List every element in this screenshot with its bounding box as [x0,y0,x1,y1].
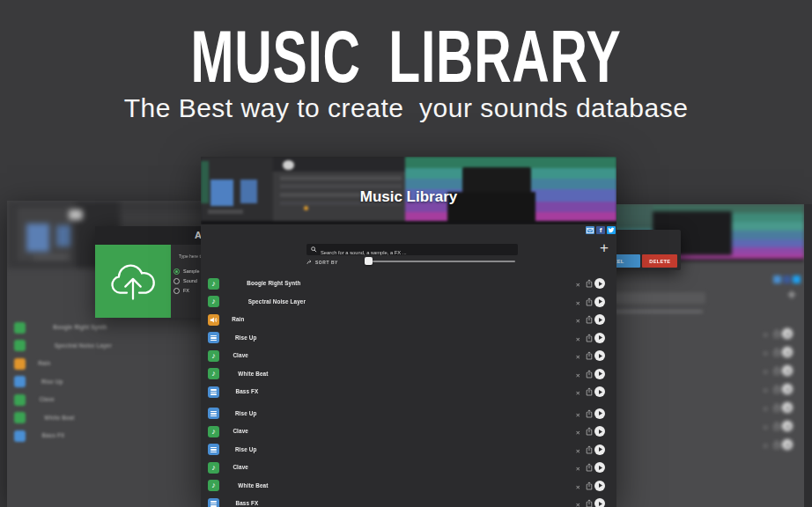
daw-art-shape [280,176,402,180]
share-icon[interactable] [586,427,593,436]
track-name: Clave [233,429,248,435]
remove-icon[interactable]: ✕ [575,447,579,453]
background-track-row: Spectral Noise Layer [7,337,204,356]
share-icon[interactable] [586,481,593,490]
track-row[interactable]: ♪ Clave ✕ [201,422,616,441]
track-name: Clave [39,397,55,403]
share-icon[interactable] [586,499,593,507]
page-subtitle: The Best way to create your sounds datab… [0,93,812,123]
music-note-icon: ♪ [211,428,216,436]
delete-button-label: DELETE [649,258,670,263]
track-name: Bass FX [235,501,258,507]
play-icon[interactable] [594,481,605,491]
track-row[interactable]: ♪ Clave ✕ [201,347,616,365]
music-note-icon: ♪ [211,298,216,305]
remove-icon[interactable]: ✕ [575,299,579,305]
track-row[interactable]: ♪ Rise Up ✕ [201,441,616,459]
remove-icon: ✕ [763,424,767,430]
play-icon[interactable] [594,297,605,307]
search-placeholder: Search for a sound, a sample, a FX ... [321,249,407,254]
track-row[interactable]: ♪ Rise Up ✕ [201,405,616,423]
play-icon[interactable] [594,350,605,361]
play-icon[interactable] [594,426,605,437]
daw-art-shape [283,160,294,170]
background-track-row: Boogie Right Synth [7,319,204,337]
play-icon[interactable] [594,445,605,455]
remove-icon[interactable]: ✕ [575,335,579,342]
share-icon[interactable] [586,315,593,324]
share-icon[interactable] [586,351,593,360]
track-name: White Beat [238,371,268,377]
share-icon[interactable] [586,409,593,418]
delete-button[interactable]: DELETE [642,254,677,268]
remove-icon[interactable]: ✕ [575,483,579,489]
play-icon[interactable] [594,498,605,507]
share-icon[interactable] [586,298,593,306]
track-type-icon: ♪ [208,480,219,491]
track-row[interactable]: ♪ White Beat ✕ [201,477,616,496]
play-icon [782,365,793,376]
sort-slider-thumb[interactable] [365,257,373,265]
remove-icon[interactable]: ✕ [575,318,579,324]
track-name: Rise Up [235,410,257,416]
track-row[interactable]: ♪ Rise Up ✕ [201,329,616,348]
track-row[interactable]: ♪ White Beat ✕ [201,365,616,384]
share-icon [773,329,780,338]
play-icon[interactable] [594,462,605,473]
music-note-icon: ♪ [211,370,216,378]
remove-icon[interactable]: ✕ [575,430,579,436]
share-icon[interactable] [586,387,593,396]
track-type-icon: ♪ [208,498,219,507]
remove-icon[interactable]: ✕ [575,502,579,507]
sort-slider-track[interactable] [365,261,515,262]
share-icon[interactable] [586,445,593,454]
play-icon[interactable] [594,333,605,343]
share-icon [773,385,780,393]
track-row[interactable]: ♪ Boogie Right Synth ✕ [201,275,616,293]
facebook-icon[interactable]: f [596,226,605,234]
track-row[interactable]: ♪ Bass FX ✕ [201,495,616,507]
play-icon[interactable] [594,369,605,379]
track-type-icon [14,322,26,334]
add-button-ghost: + [787,286,796,304]
background-track-row: Rain [7,355,204,373]
share-icon[interactable] [586,463,593,472]
track-name: Rise Up [235,334,257,341]
add-sound-button[interactable]: + [600,239,609,257]
remove-icon[interactable]: ✕ [575,411,579,417]
track-type-icon: ♪ [208,278,219,290]
daw-art-shape [69,209,83,220]
background-track-row: Bass FX [7,427,204,445]
play-icon [782,421,793,431]
remove-icon[interactable]: ✕ [575,371,579,378]
track-row[interactable]: ♪ Bass FX ✕ [201,383,616,401]
remove-icon[interactable]: ✕ [575,466,579,472]
track-name: Clave [233,353,248,359]
track-row[interactable]: ♪ Spectral Noise Layer ✕ [201,293,616,312]
play-icon[interactable] [594,408,605,419]
play-icon[interactable] [594,314,605,325]
lines-icon [210,447,217,453]
share-icon[interactable] [586,279,593,288]
lines-icon [210,501,217,507]
upload-dropzone[interactable] [95,245,171,318]
radio-label: Sample [183,268,200,274]
search-input[interactable]: Search for a sound, a sample, a FX ... [306,244,518,255]
share-icon [773,348,780,356]
play-icon[interactable] [594,278,605,289]
radio-icon [173,268,180,275]
remove-icon[interactable]: ✕ [575,390,579,396]
track-row[interactable]: ♪ Clave ✕ [201,459,616,477]
search-icon [311,246,317,253]
twitter-icon[interactable] [607,226,616,234]
share-icon[interactable] [586,370,593,378]
share-icon [773,366,780,375]
share-icon[interactable] [586,334,593,342]
daw-art-shape [208,209,243,214]
email-icon[interactable] [586,226,594,234]
play-icon[interactable] [594,386,605,397]
remove-icon[interactable]: ✕ [575,354,579,360]
remove-icon[interactable]: ✕ [575,282,579,288]
track-name: Clave [233,465,248,471]
track-row[interactable]: ♪ Rain ✕ [201,311,616,329]
